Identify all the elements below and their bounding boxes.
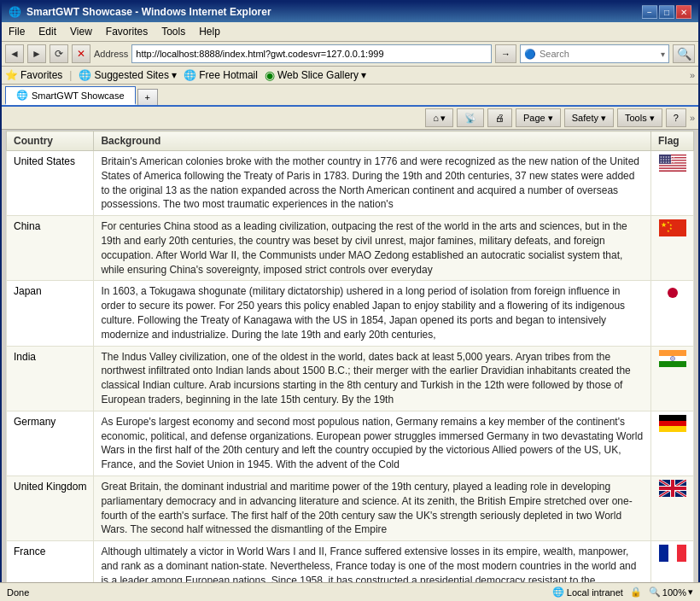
main-content[interactable]: Country Background Flag United StatesBri… bbox=[5, 130, 695, 594]
search-input[interactable] bbox=[540, 49, 657, 59]
menu-file[interactable]: File bbox=[2, 24, 32, 39]
svg-rect-11 bbox=[659, 169, 686, 171]
address-label: Address bbox=[94, 49, 128, 59]
zone-label: Local intranet bbox=[567, 587, 623, 598]
free-hotmail[interactable]: 🌐 Free Hotmail bbox=[184, 69, 258, 81]
status-bar: Done 🌐 Local intranet 🔒 🔍 100% ▾ bbox=[0, 582, 700, 601]
search-button[interactable]: 🔍 bbox=[673, 44, 695, 63]
country-cell: India bbox=[7, 346, 94, 411]
background-cell: As Europe's largest economy and second m… bbox=[94, 411, 651, 476]
window-title: SmartGWT Showcase - Windows Internet Exp… bbox=[26, 6, 271, 18]
menu-edit[interactable]: Edit bbox=[32, 24, 63, 39]
extend-tabs-button[interactable]: » bbox=[690, 70, 695, 80]
svg-rect-25 bbox=[659, 350, 686, 356]
svg-text:★★★★★★: ★★★★★★ bbox=[660, 160, 675, 164]
menu-tools[interactable]: Tools bbox=[155, 24, 192, 39]
back-button[interactable]: ◄ bbox=[5, 44, 24, 63]
table-row: GermanyAs Europe's largest economy and s… bbox=[7, 411, 694, 476]
background-cell: Great Britain, the dominant industrial a… bbox=[94, 476, 651, 540]
header-background: Background bbox=[94, 131, 651, 151]
background-cell: Britain's American colonies broke with t… bbox=[94, 151, 651, 216]
favorites-bar: ⭐ Favorites | 🌐 Suggested Sites ▾ 🌐 Free… bbox=[2, 67, 698, 85]
table-header-row: Country Background Flag bbox=[7, 131, 694, 151]
table-row: ChinaFor centuries China stood as a lead… bbox=[7, 216, 694, 281]
zone-icon: 🌐 bbox=[552, 586, 564, 598]
flag-cell: ★★★★★★ ★★★★★ ★★★★★★ bbox=[651, 151, 694, 216]
table-row: JapanIn 1603, a Tokugawa shogunate (mili… bbox=[7, 281, 694, 346]
table-row: United StatesBritain's American colonies… bbox=[7, 151, 694, 216]
suggested-icon: 🌐 bbox=[79, 69, 91, 81]
status-zone: 🌐 Local intranet bbox=[552, 586, 623, 598]
stop-button[interactable]: ✕ bbox=[72, 44, 90, 63]
new-tab-button[interactable]: + bbox=[137, 89, 158, 105]
go-button[interactable]: → bbox=[495, 44, 516, 63]
zoom-control[interactable]: 🔍 100% ▾ bbox=[649, 586, 693, 598]
header-flag: Flag bbox=[651, 131, 694, 151]
svg-text:★: ★ bbox=[661, 221, 667, 229]
safety-button[interactable]: Safety ▾ bbox=[564, 108, 614, 127]
favorites-button[interactable]: ⭐ Favorites bbox=[5, 69, 62, 81]
svg-text:★: ★ bbox=[667, 229, 670, 233]
tools-button[interactable]: Tools ▾ bbox=[617, 108, 662, 127]
flag-cell bbox=[651, 346, 694, 411]
home-dropdown: ▾ bbox=[440, 113, 446, 124]
active-tab[interactable]: 🌐 SmartGWT Showcase bbox=[5, 86, 136, 105]
svg-rect-43 bbox=[659, 545, 668, 562]
status-text: Done bbox=[7, 587, 29, 598]
background-cell: The Indus Valley civilization, one of th… bbox=[94, 346, 651, 411]
hotmail-icon: 🌐 bbox=[184, 69, 196, 81]
address-bar: ◄ ► ⟳ ✕ Address → 🔵 ▾ 🔍 bbox=[2, 42, 698, 67]
flag-cell bbox=[651, 411, 694, 476]
search-box: 🔵 ▾ bbox=[520, 44, 669, 63]
svg-rect-10 bbox=[659, 167, 686, 169]
svg-rect-42 bbox=[659, 487, 686, 490]
rss-icon: 📡 bbox=[464, 113, 476, 124]
web-slice-label: Web Slice Gallery ▾ bbox=[277, 69, 366, 81]
rss-button[interactable]: 📡 bbox=[457, 108, 484, 127]
close-button[interactable]: ✕ bbox=[676, 5, 691, 19]
zoom-label: 100% bbox=[662, 587, 686, 598]
svg-rect-32 bbox=[659, 421, 686, 426]
tools-label: Tools ▾ bbox=[625, 113, 655, 124]
background-cell: In 1603, a Tokugawa shogunate (military … bbox=[94, 281, 651, 346]
web-slice-gallery[interactable]: ◉ Web Slice Gallery ▾ bbox=[265, 68, 366, 82]
favorites-star-icon: ⭐ bbox=[5, 69, 18, 81]
forward-button[interactable]: ► bbox=[27, 44, 46, 63]
svg-rect-33 bbox=[659, 426, 686, 432]
home-button[interactable]: ⌂ ▾ bbox=[425, 108, 453, 127]
flag-cell bbox=[651, 476, 694, 540]
maximize-button[interactable]: □ bbox=[659, 5, 674, 19]
menu-help[interactable]: Help bbox=[192, 24, 227, 39]
safety-label: Safety ▾ bbox=[572, 113, 606, 124]
tab-bar: 🌐 SmartGWT Showcase + bbox=[2, 85, 698, 107]
svg-point-24 bbox=[668, 288, 678, 298]
menu-favorites[interactable]: Favorites bbox=[99, 24, 155, 39]
refresh-button[interactable]: ⟳ bbox=[50, 44, 68, 63]
tab-label: SmartGWT Showcase bbox=[32, 90, 125, 101]
extend-toolbar-button[interactable]: » bbox=[690, 113, 695, 123]
toolbar-row: ⌂ ▾ 📡 🖨 Page ▾ Safety ▾ Tools ▾ ? » bbox=[2, 107, 698, 130]
country-cell: Germany bbox=[7, 411, 94, 476]
help-icon: ? bbox=[674, 113, 679, 123]
svg-rect-44 bbox=[668, 545, 677, 562]
print-button[interactable]: 🖨 bbox=[487, 108, 512, 127]
tab-icon: 🌐 bbox=[16, 90, 28, 101]
menu-view[interactable]: View bbox=[63, 24, 99, 39]
new-tab-icon: + bbox=[145, 92, 150, 102]
search-dropdown-icon[interactable]: ▾ bbox=[661, 50, 665, 59]
country-cell: Japan bbox=[7, 281, 94, 346]
svg-rect-9 bbox=[659, 166, 686, 168]
minimize-button[interactable]: − bbox=[642, 5, 657, 19]
header-country: Country bbox=[7, 131, 94, 151]
svg-rect-12 bbox=[659, 170, 686, 172]
suggested-sites[interactable]: 🌐 Suggested Sites ▾ bbox=[79, 69, 177, 81]
security-zone: 🔒 bbox=[630, 586, 642, 598]
ie-window: 🌐 SmartGWT Showcase - Windows Internet E… bbox=[0, 0, 700, 601]
page-button[interactable]: Page ▾ bbox=[516, 108, 561, 127]
address-input[interactable] bbox=[131, 44, 492, 63]
svg-rect-45 bbox=[677, 545, 686, 562]
svg-rect-31 bbox=[659, 415, 686, 421]
hotmail-label: Free Hotmail bbox=[199, 69, 258, 81]
help-button[interactable]: ? bbox=[666, 108, 686, 127]
country-cell: United States bbox=[7, 151, 94, 216]
